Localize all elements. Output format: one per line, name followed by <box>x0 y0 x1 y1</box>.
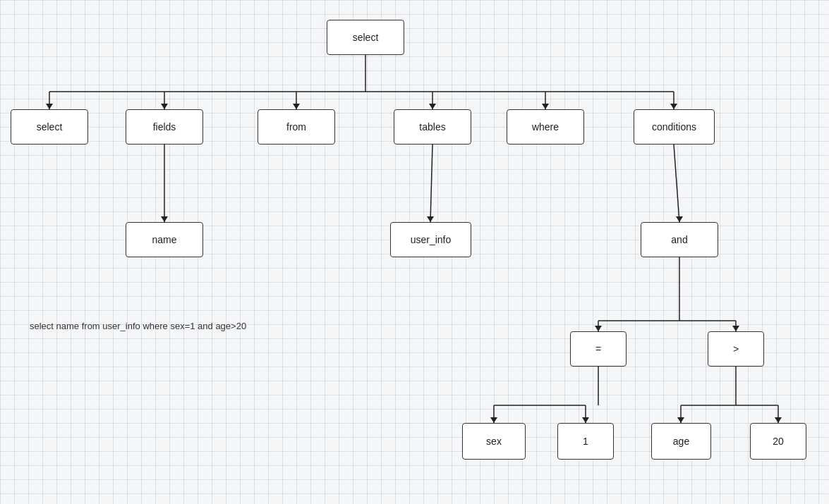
svg-marker-15 <box>161 216 168 222</box>
node-user-info: user_info <box>390 222 471 257</box>
node-from: from <box>258 109 335 145</box>
svg-marker-29 <box>490 417 497 423</box>
node-one: 1 <box>557 423 614 460</box>
svg-marker-19 <box>676 216 683 222</box>
node-eq: = <box>570 331 627 367</box>
svg-marker-3 <box>46 104 53 109</box>
svg-marker-13 <box>670 104 677 109</box>
node-tables: tables <box>394 109 471 145</box>
node-gt: > <box>708 331 764 367</box>
svg-marker-23 <box>595 326 602 331</box>
svg-marker-35 <box>677 417 684 423</box>
svg-line-16 <box>430 145 432 222</box>
node-sex: sex <box>462 423 526 460</box>
svg-marker-17 <box>427 216 434 222</box>
node-fields: fields <box>126 109 203 145</box>
node-twenty: 20 <box>750 423 806 460</box>
sql-query-label: select name from user_info where sex=1 a… <box>30 321 246 331</box>
node-select: select <box>11 109 88 145</box>
node-and: and <box>641 222 718 257</box>
tree-diagram: select select fields from tables where c… <box>0 0 829 504</box>
svg-marker-37 <box>775 417 782 423</box>
svg-marker-9 <box>429 104 436 109</box>
svg-line-18 <box>674 145 679 222</box>
svg-marker-31 <box>582 417 589 423</box>
svg-marker-25 <box>732 326 739 331</box>
node-age: age <box>651 423 711 460</box>
svg-marker-7 <box>293 104 300 109</box>
svg-marker-5 <box>161 104 168 109</box>
node-where: where <box>507 109 584 145</box>
node-conditions: conditions <box>634 109 715 145</box>
node-name: name <box>126 222 203 257</box>
svg-marker-11 <box>542 104 549 109</box>
node-root: select <box>327 20 404 55</box>
